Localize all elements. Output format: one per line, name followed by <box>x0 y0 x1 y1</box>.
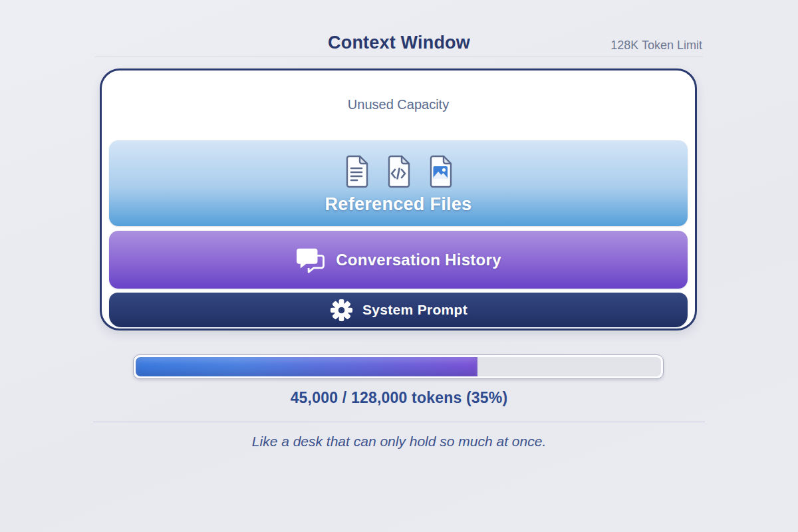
token-usage-bar <box>133 354 664 379</box>
gear-icon <box>329 298 354 323</box>
layer-referenced-files: Referenced Files <box>109 140 688 226</box>
doc-file-icon <box>343 155 370 188</box>
layer-label-conversation-history: Conversation History <box>336 251 501 269</box>
caption-divider <box>93 422 705 422</box>
token-usage-track <box>136 357 661 376</box>
code-file-icon <box>385 155 412 188</box>
layer-system-prompt: System Prompt <box>109 293 688 327</box>
unused-capacity-label: Unused Capacity <box>102 97 695 112</box>
layer-label-referenced-files: Referenced Files <box>325 194 472 215</box>
file-icons-row <box>343 155 454 188</box>
chat-bubbles-icon <box>295 247 326 273</box>
context-window-infographic: Context Window 128K Token Limit Unused C… <box>0 0 798 532</box>
token-usage-fill <box>136 357 477 376</box>
analogy-caption: Like a desk that can only hold so much a… <box>0 434 798 450</box>
token-limit-label: 128K Token Limit <box>610 39 702 53</box>
header-divider <box>95 57 703 57</box>
token-usage-label: 45,000 / 128,000 tokens (35%) <box>0 389 798 407</box>
context-window-box: Unused Capacity <box>100 68 697 331</box>
layer-label-system-prompt: System Prompt <box>362 302 467 318</box>
image-file-icon <box>427 155 454 188</box>
layer-conversation-history: Conversation History <box>109 231 688 289</box>
